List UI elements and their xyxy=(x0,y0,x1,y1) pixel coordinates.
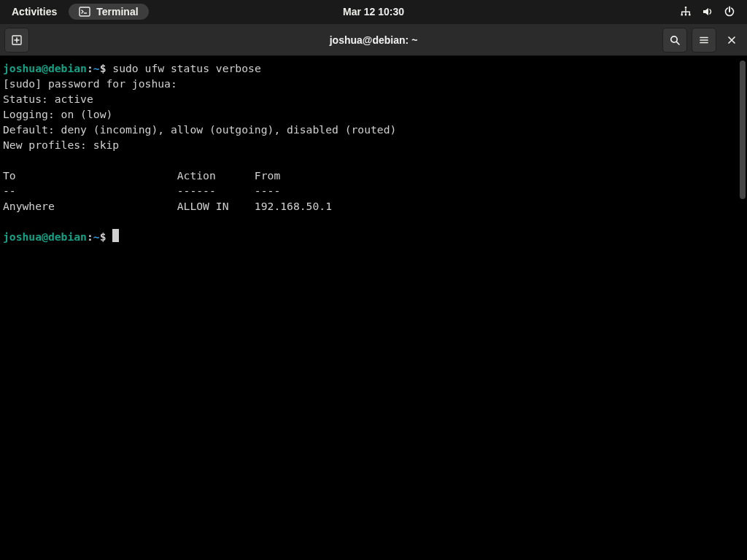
scrollbar-thumb[interactable] xyxy=(740,61,746,199)
new-tab-button[interactable] xyxy=(4,28,29,52)
svg-line-11 xyxy=(676,42,679,44)
activities-button[interactable]: Activities xyxy=(6,3,63,20)
output-line: New profiles: skip xyxy=(3,139,119,151)
prompt-colon: : xyxy=(87,62,93,74)
prompt-path: ~ xyxy=(93,62,100,74)
window-title: joshua@debian: ~ xyxy=(330,34,418,46)
volume-icon[interactable] xyxy=(702,6,713,18)
terminal-headerbar: joshua@debian: ~ xyxy=(0,23,747,56)
hamburger-menu-button[interactable] xyxy=(692,28,716,52)
terminal-content[interactable]: joshua@debian:~$ sudo ufw status verbose… xyxy=(0,56,747,560)
output-line: [sudo] password for joshua: xyxy=(3,77,177,90)
prompt-colon: : xyxy=(87,230,93,243)
gnome-topbar: Activities Terminal Mar 12 10:30 xyxy=(0,0,747,23)
output-line: Status: active xyxy=(3,93,93,105)
current-app-indicator[interactable]: Terminal xyxy=(69,4,148,20)
output-line: To Action From xyxy=(3,169,280,182)
terminal-app-icon xyxy=(79,6,90,18)
prompt-user-host: joshua@debian xyxy=(3,62,87,74)
svg-rect-1 xyxy=(685,7,686,8)
svg-rect-4 xyxy=(689,14,690,15)
output-line: Default: deny (incoming), allow (outgoin… xyxy=(3,123,396,136)
output-line: Anywhere ALLOW IN 192.168.50.1 xyxy=(3,200,332,212)
svg-rect-0 xyxy=(80,7,90,16)
command-text: sudo ufw status verbose xyxy=(112,62,260,74)
prompt-path: ~ xyxy=(93,230,100,243)
svg-rect-3 xyxy=(685,14,686,15)
svg-rect-2 xyxy=(681,14,683,15)
network-icon[interactable] xyxy=(680,6,692,18)
output-line: Logging: on (low) xyxy=(3,108,112,120)
clock[interactable]: Mar 12 10:30 xyxy=(343,6,404,18)
prompt-dollar: $ xyxy=(100,230,107,243)
terminal-cursor xyxy=(112,229,119,242)
power-icon[interactable] xyxy=(724,6,735,18)
prompt-user-host: joshua@debian xyxy=(3,230,87,243)
terminal-viewport: joshua@debian:~$ sudo ufw status verbose… xyxy=(0,56,747,560)
output-line: -- ------ ---- xyxy=(3,184,280,197)
prompt-dollar: $ xyxy=(100,62,107,74)
close-window-button[interactable] xyxy=(721,28,743,52)
search-button[interactable] xyxy=(662,28,687,52)
current-app-name: Terminal xyxy=(96,6,138,18)
